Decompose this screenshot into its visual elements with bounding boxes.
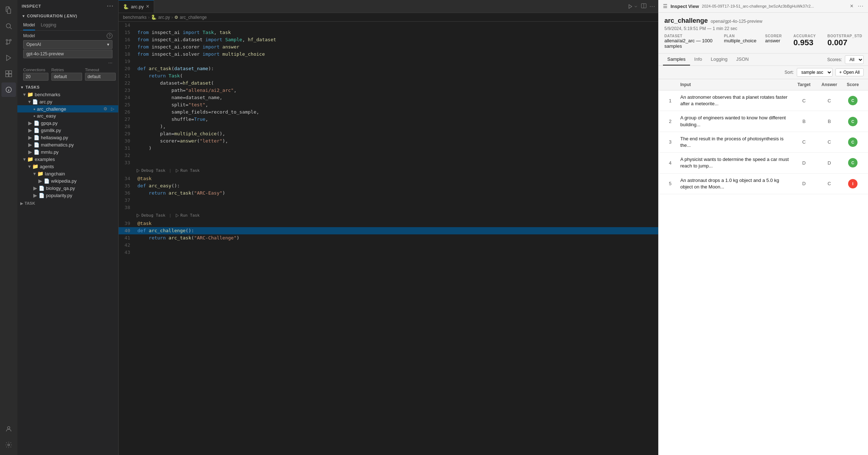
sidebar-menu-icon[interactable]: ··· <box>107 3 114 9</box>
model-provider-select[interactable]: OpenAI ▾ <box>23 40 112 49</box>
sort-select[interactable]: sample asc <box>797 68 833 77</box>
code-line-18: 18 from inspect_ai.solver import multipl… <box>119 51 658 58</box>
task-date: 5/9/2024, 5:19:51 PM — 1 min 22 sec <box>664 26 862 31</box>
tree-item-mathematics[interactable]: ▶ 📄 mathematics.py <box>17 141 118 148</box>
file-icon5: 📄 <box>34 142 39 148</box>
svg-rect-1 <box>7 9 10 13</box>
tree-item-agents[interactable]: ▾ 📁 agents <box>17 163 118 170</box>
chevron-down-icon: ▾ <box>107 42 109 47</box>
tab-samples[interactable]: Samples <box>663 54 690 65</box>
extensions-icon[interactable] <box>1 67 16 81</box>
folder-icon: 📁 <box>27 92 33 97</box>
breadcrumb-arc-challenge[interactable]: arc_challenge <box>180 15 207 20</box>
debug-task-link-2[interactable]: Debug Task <box>136 212 165 219</box>
tasks-header[interactable]: ▼ TASKS <box>17 82 118 91</box>
more-actions-icon[interactable]: ··· <box>650 3 655 10</box>
split-editor-icon[interactable] <box>641 3 647 10</box>
inspect-close-icon[interactable]: × <box>850 3 853 9</box>
tab-close-icon[interactable]: × <box>146 3 149 10</box>
file-icon9: 📄 <box>39 193 44 198</box>
open-all-button[interactable]: + Open All <box>835 68 864 76</box>
info-icon[interactable] <box>1 82 16 97</box>
file-chevron-icon4: ▶ <box>28 135 32 140</box>
tree-item-arc-py[interactable]: ▾ 📄 arc.py <box>17 98 118 105</box>
tree-item-arc-easy[interactable]: ● arc_easy <box>17 112 118 119</box>
breadcrumb-arc-py[interactable]: arc.py <box>158 15 170 20</box>
settings-icon[interactable] <box>1 438 16 452</box>
model-version-input[interactable]: gpt-4o-125-preview <box>23 50 112 58</box>
code-line-28: 28 ), <box>119 123 658 130</box>
tree-item-hellaswag[interactable]: ▶ 📄 hellaswag.py <box>17 134 118 141</box>
file-chevron-icon3: ▶ <box>28 127 32 133</box>
tab-logging[interactable]: Logging <box>41 21 56 30</box>
run-task-link-1[interactable]: Run Task <box>175 167 200 174</box>
svg-line-3 <box>10 27 12 29</box>
editor-tab-arc-py[interactable]: 🐍 arc.py × <box>119 0 154 13</box>
tree-item-arc-challenge[interactable]: ● arc_challenge ⚙ ▷ <box>17 105 118 112</box>
svg-rect-10 <box>6 74 9 77</box>
task-model: openai/gpt-4o-125-preview <box>711 19 762 24</box>
task-meta-group: DATASET allenai/ai2_arc — 1000 samples P… <box>664 34 782 49</box>
breadcrumb-benchmarks[interactable]: benchmarks <box>123 15 146 20</box>
run-task-icon[interactable]: ▷ <box>110 106 115 112</box>
file-chevron-icon6: ▶ <box>28 149 32 155</box>
debug-icon[interactable]: ⚙ <box>102 106 109 112</box>
hamburger-icon[interactable]: ☰ <box>663 3 668 9</box>
retries-input[interactable] <box>51 73 82 81</box>
tree-item-langchain[interactable]: ▾ 📁 langchain <box>17 170 118 177</box>
config-section-label[interactable]: ▼ CONFIGURATION (.ENV) <box>20 12 115 20</box>
tree-item-wikipedia[interactable]: ▶ 📄 wikipedia.py <box>17 177 118 184</box>
scorer-meta: SCORER answer <box>765 34 782 49</box>
table-row[interactable]: 5 An astronaut drops a 1.0 kg object and… <box>659 174 868 194</box>
model-options-icon[interactable]: ··· <box>20 59 115 66</box>
col-header-score: Score <box>842 82 864 87</box>
scores-control: Scores: All <box>827 55 864 64</box>
run-icon[interactable] <box>1 51 16 65</box>
code-line-38: 38 <box>119 204 658 211</box>
task-section-header[interactable]: ▶ TASK <box>17 199 118 206</box>
code-line-19: 19 <box>119 58 658 65</box>
code-editor[interactable]: 14 15 from inspect_ai import Task, task … <box>119 22 658 455</box>
code-line-39: 39 @task <box>119 220 658 227</box>
tree-item-gpqa[interactable]: ▶ 📄 gpqa.py <box>17 119 118 127</box>
code-line-29: 29 plan=multiple_choice(), <box>119 130 658 137</box>
connection-settings: Connections Retries Timeout <box>20 66 115 82</box>
editor-toolbar: ··· <box>625 3 658 10</box>
tab-json[interactable]: JSON <box>732 54 753 65</box>
svg-rect-11 <box>9 74 12 77</box>
scores-select[interactable]: All <box>845 55 864 64</box>
account-icon[interactable] <box>1 422 16 436</box>
tree-item-biology[interactable]: ▶ 📄 biology_qa.py <box>17 184 118 192</box>
debug-task-link-1[interactable]: Debug Task <box>136 167 165 174</box>
svg-marker-20 <box>137 169 140 173</box>
inspect-menu-icon[interactable]: ··· <box>858 3 864 9</box>
run-task-link-2[interactable]: Run Task <box>175 212 200 219</box>
inspect-breadcrumb: 2024-05-09T17-19-51_arc-challenge_beSzAz… <box>702 4 847 8</box>
source-control-icon[interactable] <box>1 35 16 49</box>
score-badge: C <box>848 158 858 167</box>
file-icon6: 📄 <box>34 149 39 155</box>
svg-point-4 <box>6 39 8 41</box>
tree-item-benchmarks[interactable]: ▾ 📁 benchmarks <box>17 91 118 98</box>
tab-info[interactable]: Info <box>690 54 707 65</box>
table-row[interactable]: 4 A physicist wants to determine the spe… <box>659 153 868 173</box>
table-row[interactable]: 1 An astronomer observes that a planet r… <box>659 90 868 111</box>
tree-item-mmlu[interactable]: ▶ 📄 mmlu.py <box>17 148 118 156</box>
model-info-icon[interactable]: ? <box>107 33 112 39</box>
tree-item-examples[interactable]: ▾ 📁 examples <box>17 156 118 163</box>
svg-marker-17 <box>629 4 632 8</box>
table-row[interactable]: 3 The end result in the process of photo… <box>659 132 868 153</box>
tab-model[interactable]: Model <box>23 21 35 30</box>
code-line-31: 31 ) <box>119 145 658 152</box>
tab-logging[interactable]: Logging <box>706 54 732 65</box>
timeout-input[interactable] <box>85 73 116 81</box>
tree-item-gsm8k[interactable]: ▶ 📄 gsm8k.py <box>17 127 118 134</box>
code-line-42: 42 <box>119 242 658 249</box>
table-row[interactable]: 2 A group of engineers wanted to know ho… <box>659 111 868 132</box>
code-line-27: 27 shuffle=True, <box>119 116 658 123</box>
run-button[interactable] <box>628 4 638 9</box>
files-icon[interactable] <box>1 3 16 17</box>
tree-item-popularity[interactable]: ▶ 📄 popularity.py <box>17 192 118 199</box>
connections-input[interactable] <box>23 73 48 81</box>
search-icon[interactable] <box>1 19 16 33</box>
